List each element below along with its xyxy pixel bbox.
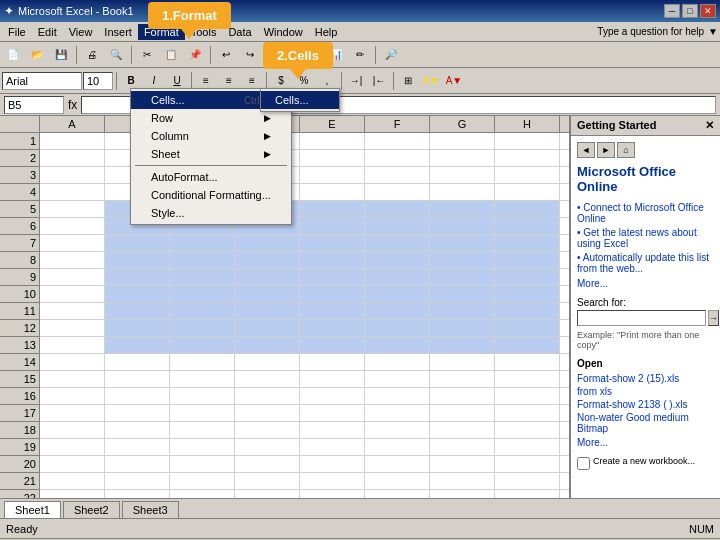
cell[interactable] <box>430 218 495 235</box>
border-btn[interactable]: ⊞ <box>397 70 419 92</box>
row-13[interactable]: 13 <box>0 337 40 354</box>
cell[interactable] <box>105 473 170 490</box>
print-btn[interactable]: 🖨 <box>81 44 103 66</box>
cell[interactable] <box>105 337 170 354</box>
cell[interactable] <box>495 422 560 439</box>
cell[interactable] <box>300 303 365 320</box>
col-header-H[interactable]: H <box>495 116 560 133</box>
cell[interactable] <box>560 150 569 167</box>
menu-format[interactable]: Format <box>138 24 185 40</box>
cell[interactable] <box>235 354 300 371</box>
cell[interactable] <box>40 286 105 303</box>
col-header-E[interactable]: E <box>300 116 365 133</box>
cell[interactable] <box>430 439 495 456</box>
cell[interactable] <box>365 133 430 150</box>
cell[interactable] <box>365 286 430 303</box>
cell[interactable] <box>495 456 560 473</box>
cell[interactable] <box>560 201 569 218</box>
cell[interactable] <box>300 218 365 235</box>
cell[interactable] <box>495 184 560 201</box>
cell[interactable] <box>495 150 560 167</box>
cell[interactable] <box>560 490 569 498</box>
cell[interactable] <box>235 303 300 320</box>
format-column-item[interactable]: Column ▶ <box>131 127 291 145</box>
row-4[interactable]: 4 <box>0 184 40 201</box>
cell[interactable] <box>40 422 105 439</box>
row-12[interactable]: 12 <box>0 320 40 337</box>
cell[interactable] <box>495 337 560 354</box>
cell[interactable] <box>365 218 430 235</box>
menu-file[interactable]: File <box>2 24 32 40</box>
cell[interactable] <box>300 473 365 490</box>
format-conditional-item[interactable]: Conditional Formatting... <box>131 186 291 204</box>
cell[interactable] <box>40 456 105 473</box>
menu-window[interactable]: Window <box>258 24 309 40</box>
cell[interactable] <box>560 371 569 388</box>
cell[interactable] <box>170 354 235 371</box>
cell[interactable] <box>235 337 300 354</box>
save-btn[interactable]: 💾 <box>50 44 72 66</box>
cell[interactable] <box>300 150 365 167</box>
row-6[interactable]: 6 <box>0 218 40 235</box>
cell[interactable] <box>560 252 569 269</box>
font-size-input[interactable] <box>83 72 113 90</box>
cell[interactable] <box>40 490 105 498</box>
cell[interactable] <box>105 490 170 498</box>
panel-link-0[interactable]: Connect to Microsoft Office Online <box>577 202 714 224</box>
cell[interactable] <box>495 167 560 184</box>
cell[interactable] <box>300 235 365 252</box>
cell[interactable] <box>495 235 560 252</box>
cells-submenu-cells[interactable]: Cells... <box>261 91 339 109</box>
cell[interactable] <box>365 201 430 218</box>
maximize-button[interactable]: □ <box>682 4 698 18</box>
cell[interactable] <box>40 371 105 388</box>
cell[interactable] <box>560 354 569 371</box>
sheet-tab-3[interactable]: Sheet3 <box>122 501 179 518</box>
cell[interactable] <box>495 133 560 150</box>
cell[interactable] <box>560 439 569 456</box>
font-name-input[interactable] <box>2 72 82 90</box>
cell[interactable] <box>40 235 105 252</box>
cell[interactable] <box>105 422 170 439</box>
cell[interactable] <box>365 473 430 490</box>
col-header-G[interactable]: G <box>430 116 495 133</box>
new-btn[interactable]: 📄 <box>2 44 24 66</box>
cell[interactable] <box>365 354 430 371</box>
cell[interactable] <box>300 439 365 456</box>
cell[interactable] <box>40 269 105 286</box>
cell[interactable] <box>300 388 365 405</box>
panel-open-more[interactable]: More... <box>577 437 608 448</box>
row-2[interactable]: 2 <box>0 150 40 167</box>
cell[interactable] <box>430 422 495 439</box>
open-btn[interactable]: 📂 <box>26 44 48 66</box>
panel-open-3[interactable]: Non-water Good medium Bitmap <box>577 412 714 434</box>
row-5[interactable]: 5 <box>0 201 40 218</box>
cell[interactable] <box>365 303 430 320</box>
row-11[interactable]: 11 <box>0 303 40 320</box>
cell[interactable] <box>170 405 235 422</box>
cell[interactable] <box>430 337 495 354</box>
cell[interactable] <box>105 439 170 456</box>
panel-open-2[interactable]: Format-show 2138 ( ).xls <box>577 399 714 410</box>
cell[interactable] <box>495 388 560 405</box>
cell[interactable] <box>170 473 235 490</box>
cell[interactable] <box>235 490 300 498</box>
cell[interactable] <box>430 235 495 252</box>
cell[interactable] <box>40 252 105 269</box>
row-21[interactable]: 21 <box>0 473 40 490</box>
cell[interactable] <box>105 371 170 388</box>
cell[interactable] <box>105 320 170 337</box>
cell[interactable] <box>560 133 569 150</box>
cell[interactable] <box>495 320 560 337</box>
cell[interactable] <box>235 269 300 286</box>
cell[interactable] <box>560 218 569 235</box>
increase-indent-btn[interactable]: →| <box>345 70 367 92</box>
cell[interactable] <box>300 337 365 354</box>
format-autoformat-item[interactable]: AutoFormat... <box>131 168 291 186</box>
panel-more[interactable]: More... <box>577 278 608 289</box>
fill-color-btn[interactable]: A▼ <box>420 70 442 92</box>
cell[interactable] <box>430 286 495 303</box>
cell[interactable] <box>40 201 105 218</box>
sheet-tab-2[interactable]: Sheet2 <box>63 501 120 518</box>
cell[interactable] <box>170 371 235 388</box>
